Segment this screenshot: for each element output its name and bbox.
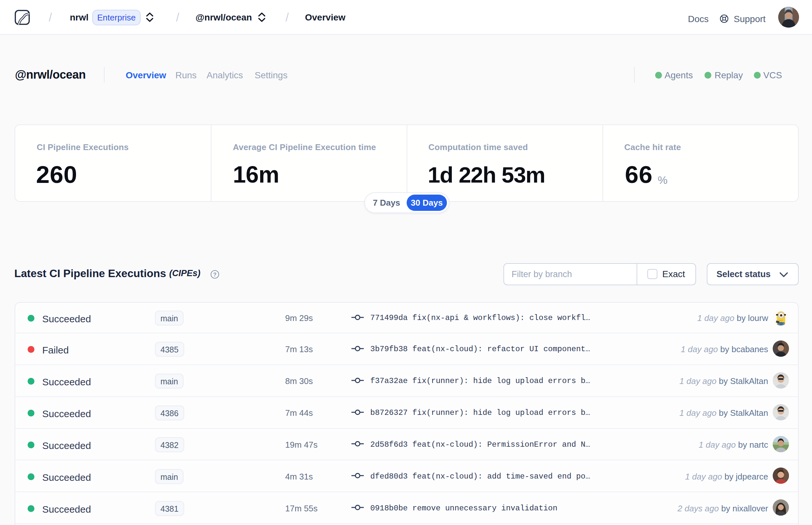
svg-text:?: ? [213,272,216,278]
